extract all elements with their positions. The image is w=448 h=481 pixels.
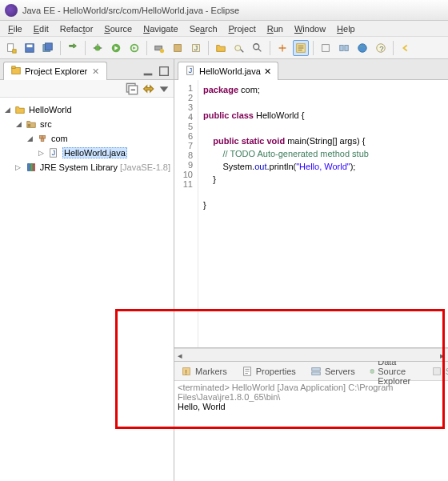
view-tab-bar: Project Explorer ✕ bbox=[0, 59, 174, 80]
menubar: File Edit Refactor Source Navigate Searc… bbox=[0, 21, 448, 37]
source-folder-icon bbox=[25, 118, 38, 130]
back-button[interactable] bbox=[398, 40, 414, 56]
window-title: Java EE - HelloWorld/src/com/HelloWorld.… bbox=[22, 6, 239, 15]
svg-point-6 bbox=[95, 45, 101, 50]
code-editor[interactable]: 1234567891011 package com; public class … bbox=[174, 80, 448, 348]
tab-properties[interactable]: Properties bbox=[238, 364, 299, 379]
view-menu-button[interactable] bbox=[158, 82, 170, 95]
window-titlebar: Java EE - HelloWorld/src/com/HelloWorld.… bbox=[0, 0, 448, 21]
tab-servers[interactable]: Servers bbox=[307, 364, 358, 379]
toolbar-separator bbox=[208, 41, 209, 55]
svg-text:J: J bbox=[188, 66, 192, 74]
pin-button[interactable] bbox=[318, 40, 334, 56]
svg-rect-3 bbox=[27, 44, 33, 47]
tree-library-node[interactable]: ▷ JRE System Library [JavaSE-1.8] bbox=[3, 160, 170, 174]
menu-source[interactable]: Source bbox=[99, 22, 137, 35]
run-last-button[interactable] bbox=[126, 40, 142, 56]
package-icon bbox=[36, 132, 49, 145]
twisty-expanded-icon[interactable]: ◢ bbox=[14, 120, 22, 128]
perspective-button[interactable] bbox=[336, 40, 352, 56]
svg-rect-40 bbox=[30, 164, 33, 171]
svg-rect-41 bbox=[33, 164, 34, 171]
new-button[interactable] bbox=[3, 40, 19, 56]
svg-rect-36 bbox=[41, 138, 44, 142]
menu-project[interactable]: Project bbox=[224, 22, 261, 35]
help-button[interactable]: ? bbox=[373, 40, 389, 56]
src-label: src bbox=[40, 119, 52, 129]
svg-rect-39 bbox=[27, 164, 30, 171]
svg-rect-28 bbox=[12, 66, 15, 69]
switch-icon[interactable] bbox=[65, 40, 81, 56]
editor-tab-helloworld[interactable]: J HelloWorld.java ✕ bbox=[178, 62, 278, 80]
code-content[interactable]: package com; public class HelloWorld { p… bbox=[198, 80, 448, 347]
toolbar-separator bbox=[313, 41, 314, 55]
svg-rect-5 bbox=[46, 42, 53, 50]
tab-markers[interactable]: !Markers bbox=[178, 364, 230, 379]
menu-refactor[interactable]: Refactor bbox=[55, 22, 98, 35]
menu-navigate[interactable]: Navigate bbox=[138, 22, 182, 35]
project-explorer-view: Project Explorer ✕ ◢ HelloWorld ◢ src bbox=[0, 59, 174, 481]
menu-window[interactable]: Window bbox=[290, 22, 330, 35]
tab-snippets[interactable]: Snippets bbox=[428, 364, 448, 379]
tree-project-node[interactable]: ◢ HelloWorld bbox=[3, 102, 170, 117]
twisty-collapsed-icon[interactable]: ▷ bbox=[14, 163, 22, 171]
menu-file[interactable]: File bbox=[3, 22, 27, 35]
svg-rect-50 bbox=[433, 367, 440, 375]
editor-tab-bar: J HelloWorld.java ✕ bbox=[174, 59, 448, 80]
tree-java-file-node[interactable]: ▷ J HelloWorld.java bbox=[3, 146, 170, 160]
menu-edit[interactable]: Edit bbox=[29, 22, 54, 35]
close-icon[interactable]: ✕ bbox=[264, 66, 271, 77]
save-all-button[interactable] bbox=[40, 40, 56, 56]
svg-rect-14 bbox=[174, 44, 182, 51]
svg-rect-34 bbox=[40, 136, 43, 139]
horizontal-scrollbar[interactable]: ◂ ▸ bbox=[174, 348, 448, 361]
close-icon[interactable]: ✕ bbox=[90, 66, 100, 76]
twisty-collapsed-icon[interactable]: ▷ bbox=[37, 149, 45, 157]
tree-src-node[interactable]: ◢ src bbox=[3, 117, 170, 131]
new-server-button[interactable] bbox=[151, 40, 167, 56]
menu-help[interactable]: Help bbox=[332, 22, 360, 35]
maximize-view-button[interactable] bbox=[158, 65, 170, 78]
open-type-button[interactable] bbox=[231, 40, 247, 56]
line-number-gutter: 1234567891011 bbox=[174, 80, 198, 347]
toggle-mark-button[interactable] bbox=[274, 40, 290, 56]
earth-icon[interactable] bbox=[354, 40, 370, 56]
save-button[interactable] bbox=[22, 40, 38, 56]
view-toolbar bbox=[0, 80, 174, 98]
eclipse-icon bbox=[5, 4, 18, 17]
svg-rect-21 bbox=[322, 44, 330, 51]
new-package-button[interactable] bbox=[170, 40, 186, 56]
menu-search[interactable]: Search bbox=[185, 22, 222, 35]
svg-rect-29 bbox=[144, 74, 153, 76]
link-editor-button[interactable] bbox=[142, 82, 154, 95]
toolbar-separator bbox=[60, 41, 61, 55]
new-project-icon[interactable] bbox=[213, 40, 229, 56]
run-button[interactable] bbox=[108, 40, 124, 56]
editor-tab-label: HelloWorld.java bbox=[199, 66, 261, 76]
svg-point-17 bbox=[235, 45, 241, 50]
toolbar-separator bbox=[85, 41, 86, 55]
svg-point-24 bbox=[358, 43, 367, 52]
console-meta: <terminated> HelloWorld [Java Applicatio… bbox=[178, 383, 445, 402]
twisty-expanded-icon[interactable]: ◢ bbox=[26, 134, 34, 142]
bottom-tabs: !Markers Properties Servers Data Source … bbox=[174, 362, 448, 381]
twisty-expanded-icon[interactable]: ◢ bbox=[3, 106, 11, 114]
svg-text:?: ? bbox=[379, 43, 383, 52]
svg-text:J: J bbox=[194, 42, 198, 51]
svg-rect-1 bbox=[13, 49, 16, 52]
console-view[interactable]: <terminated> HelloWorld [Java Applicatio… bbox=[174, 381, 448, 481]
collapse-all-button[interactable] bbox=[126, 82, 138, 95]
debug-button[interactable] bbox=[90, 40, 106, 56]
scroll-left-icon[interactable]: ◂ bbox=[174, 350, 186, 361]
menu-run[interactable]: Run bbox=[262, 22, 288, 35]
new-type-button[interactable]: J bbox=[188, 40, 204, 56]
scroll-right-icon[interactable]: ▸ bbox=[437, 350, 448, 361]
search-button[interactable] bbox=[250, 40, 266, 56]
toolbar-separator bbox=[393, 41, 394, 55]
console-output: Hello, World bbox=[178, 402, 445, 411]
minimize-view-button[interactable] bbox=[142, 65, 154, 78]
main-toolbar: J ? bbox=[0, 37, 448, 59]
tree-package-node[interactable]: ◢ com bbox=[3, 131, 170, 146]
toggle-breadcrumb-button[interactable] bbox=[293, 40, 309, 56]
project-explorer-tab[interactable]: Project Explorer ✕ bbox=[3, 62, 107, 80]
